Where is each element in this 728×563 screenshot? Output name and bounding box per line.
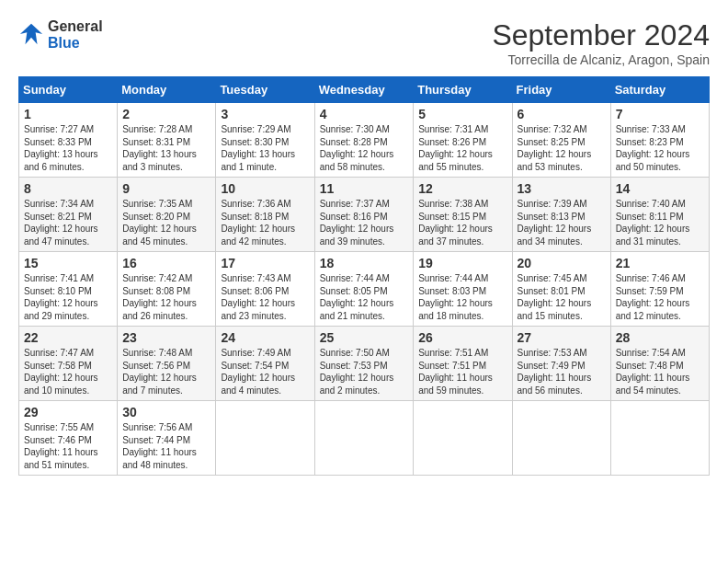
day-info: Sunrise: 7:49 AMSunset: 7:54 PMDaylight:… bbox=[221, 347, 309, 396]
calendar-cell: 29Sunrise: 7:55 AMSunset: 7:46 PMDayligh… bbox=[19, 401, 118, 476]
day-number: 26 bbox=[418, 330, 506, 345]
calendar-cell bbox=[610, 401, 709, 476]
weekday-saturday: Saturday bbox=[610, 77, 709, 103]
day-number: 24 bbox=[221, 330, 309, 345]
week-row-1: 1Sunrise: 7:27 AMSunset: 8:33 PMDaylight… bbox=[19, 103, 710, 178]
day-info: Sunrise: 7:46 AMSunset: 7:59 PMDaylight:… bbox=[616, 272, 704, 322]
day-number: 10 bbox=[221, 181, 309, 196]
calendar-body: 1Sunrise: 7:27 AMSunset: 8:33 PMDaylight… bbox=[19, 103, 710, 476]
logo: General Blue bbox=[18, 18, 103, 52]
calendar-cell: 22Sunrise: 7:47 AMSunset: 7:58 PMDayligh… bbox=[19, 327, 118, 401]
svg-marker-0 bbox=[20, 24, 42, 44]
weekday-tuesday: Tuesday bbox=[216, 77, 314, 103]
weekday-wednesday: Wednesday bbox=[314, 77, 414, 103]
calendar-cell: 3Sunrise: 7:29 AMSunset: 8:30 PMDaylight… bbox=[216, 103, 314, 178]
day-info: Sunrise: 7:44 AMSunset: 8:05 PMDaylight:… bbox=[320, 272, 409, 322]
day-info: Sunrise: 7:30 AMSunset: 8:28 PMDaylight:… bbox=[320, 123, 409, 173]
day-info: Sunrise: 7:35 AMSunset: 8:20 PMDaylight:… bbox=[122, 198, 210, 247]
day-number: 19 bbox=[418, 256, 506, 270]
day-number: 11 bbox=[320, 181, 409, 196]
day-info: Sunrise: 7:43 AMSunset: 8:06 PMDaylight:… bbox=[221, 272, 309, 322]
calendar-cell bbox=[216, 401, 314, 476]
day-info: Sunrise: 7:34 AMSunset: 8:21 PMDaylight:… bbox=[24, 198, 112, 247]
day-number: 28 bbox=[616, 330, 704, 345]
day-info: Sunrise: 7:56 AMSunset: 7:44 PMDaylight:… bbox=[122, 421, 210, 471]
day-info: Sunrise: 7:29 AMSunset: 8:30 PMDaylight:… bbox=[221, 123, 309, 173]
day-number: 4 bbox=[320, 107, 409, 121]
week-row-5: 29Sunrise: 7:55 AMSunset: 7:46 PMDayligh… bbox=[19, 401, 710, 476]
day-info: Sunrise: 7:36 AMSunset: 8:18 PMDaylight:… bbox=[221, 198, 309, 247]
day-info: Sunrise: 7:32 AMSunset: 8:25 PMDaylight:… bbox=[518, 123, 606, 173]
calendar-cell: 25Sunrise: 7:50 AMSunset: 7:53 PMDayligh… bbox=[314, 327, 414, 401]
calendar-cell: 11Sunrise: 7:37 AMSunset: 8:16 PMDayligh… bbox=[314, 178, 414, 252]
calendar-cell: 9Sunrise: 7:35 AMSunset: 8:20 PMDaylight… bbox=[118, 178, 216, 252]
day-number: 6 bbox=[518, 107, 606, 121]
day-number: 21 bbox=[616, 256, 704, 270]
day-number: 25 bbox=[320, 330, 409, 345]
title-area: September 2024 Torrecilla de Alcaniz, Ar… bbox=[492, 18, 710, 67]
calendar-cell: 23Sunrise: 7:48 AMSunset: 7:56 PMDayligh… bbox=[118, 327, 216, 401]
day-info: Sunrise: 7:44 AMSunset: 8:03 PMDaylight:… bbox=[418, 272, 506, 322]
day-number: 1 bbox=[24, 107, 112, 121]
calendar-cell: 28Sunrise: 7:54 AMSunset: 7:48 PMDayligh… bbox=[610, 327, 709, 401]
calendar-cell: 14Sunrise: 7:40 AMSunset: 8:11 PMDayligh… bbox=[610, 178, 709, 252]
calendar-cell: 8Sunrise: 7:34 AMSunset: 8:21 PMDaylight… bbox=[19, 178, 118, 252]
calendar-cell: 16Sunrise: 7:42 AMSunset: 8:08 PMDayligh… bbox=[118, 252, 216, 327]
calendar-cell bbox=[414, 401, 512, 476]
calendar-cell: 10Sunrise: 7:36 AMSunset: 8:18 PMDayligh… bbox=[216, 178, 314, 252]
calendar-cell: 5Sunrise: 7:31 AMSunset: 8:26 PMDaylight… bbox=[414, 103, 512, 178]
calendar-cell: 2Sunrise: 7:28 AMSunset: 8:31 PMDaylight… bbox=[118, 103, 216, 178]
day-number: 18 bbox=[320, 256, 409, 270]
calendar-cell: 30Sunrise: 7:56 AMSunset: 7:44 PMDayligh… bbox=[118, 401, 216, 476]
calendar-cell: 12Sunrise: 7:38 AMSunset: 8:15 PMDayligh… bbox=[414, 178, 512, 252]
day-info: Sunrise: 7:54 AMSunset: 7:48 PMDaylight:… bbox=[616, 347, 704, 396]
day-number: 15 bbox=[24, 256, 112, 270]
day-info: Sunrise: 7:51 AMSunset: 7:51 PMDaylight:… bbox=[418, 347, 506, 396]
calendar-cell: 1Sunrise: 7:27 AMSunset: 8:33 PMDaylight… bbox=[19, 103, 118, 178]
calendar-table: SundayMondayTuesdayWednesdayThursdayFrid… bbox=[18, 76, 710, 476]
day-number: 23 bbox=[122, 330, 210, 345]
calendar-cell: 27Sunrise: 7:53 AMSunset: 7:49 PMDayligh… bbox=[512, 327, 610, 401]
logo-general: General bbox=[48, 18, 103, 34]
week-row-4: 22Sunrise: 7:47 AMSunset: 7:58 PMDayligh… bbox=[19, 327, 710, 401]
calendar-cell: 6Sunrise: 7:32 AMSunset: 8:25 PMDaylight… bbox=[512, 103, 610, 178]
weekday-header-row: SundayMondayTuesdayWednesdayThursdayFrid… bbox=[19, 77, 710, 103]
day-info: Sunrise: 7:33 AMSunset: 8:23 PMDaylight:… bbox=[616, 123, 704, 173]
day-number: 7 bbox=[616, 107, 704, 121]
location-title: Torrecilla de Alcaniz, Aragon, Spain bbox=[492, 52, 710, 67]
day-info: Sunrise: 7:48 AMSunset: 7:56 PMDaylight:… bbox=[122, 347, 210, 396]
calendar-cell: 7Sunrise: 7:33 AMSunset: 8:23 PMDaylight… bbox=[610, 103, 709, 178]
day-number: 5 bbox=[418, 107, 506, 121]
header: General Blue September 2024 Torrecilla d… bbox=[18, 18, 710, 67]
day-number: 29 bbox=[24, 405, 112, 419]
day-number: 20 bbox=[518, 256, 606, 270]
day-number: 9 bbox=[122, 181, 210, 196]
day-number: 17 bbox=[221, 256, 309, 270]
day-info: Sunrise: 7:39 AMSunset: 8:13 PMDaylight:… bbox=[518, 198, 606, 247]
week-row-3: 15Sunrise: 7:41 AMSunset: 8:10 PMDayligh… bbox=[19, 252, 710, 327]
day-info: Sunrise: 7:45 AMSunset: 8:01 PMDaylight:… bbox=[518, 272, 606, 322]
logo-blue: Blue bbox=[48, 35, 80, 51]
day-number: 14 bbox=[616, 181, 704, 196]
calendar-cell: 4Sunrise: 7:30 AMSunset: 8:28 PMDaylight… bbox=[314, 103, 414, 178]
day-number: 13 bbox=[518, 181, 606, 196]
day-info: Sunrise: 7:27 AMSunset: 8:33 PMDaylight:… bbox=[24, 123, 112, 173]
day-info: Sunrise: 7:40 AMSunset: 8:11 PMDaylight:… bbox=[616, 198, 704, 247]
day-info: Sunrise: 7:37 AMSunset: 8:16 PMDaylight:… bbox=[320, 198, 409, 247]
calendar-cell: 20Sunrise: 7:45 AMSunset: 8:01 PMDayligh… bbox=[512, 252, 610, 327]
weekday-thursday: Thursday bbox=[414, 77, 512, 103]
calendar-cell: 18Sunrise: 7:44 AMSunset: 8:05 PMDayligh… bbox=[314, 252, 414, 327]
day-number: 12 bbox=[418, 181, 506, 196]
day-number: 2 bbox=[122, 107, 210, 121]
calendar-cell: 13Sunrise: 7:39 AMSunset: 8:13 PMDayligh… bbox=[512, 178, 610, 252]
day-info: Sunrise: 7:53 AMSunset: 7:49 PMDaylight:… bbox=[518, 347, 606, 396]
logo-icon bbox=[18, 22, 44, 48]
calendar-cell: 26Sunrise: 7:51 AMSunset: 7:51 PMDayligh… bbox=[414, 327, 512, 401]
day-info: Sunrise: 7:28 AMSunset: 8:31 PMDaylight:… bbox=[122, 123, 210, 173]
calendar-cell: 21Sunrise: 7:46 AMSunset: 7:59 PMDayligh… bbox=[610, 252, 709, 327]
calendar-cell: 19Sunrise: 7:44 AMSunset: 8:03 PMDayligh… bbox=[414, 252, 512, 327]
calendar-cell bbox=[314, 401, 414, 476]
day-info: Sunrise: 7:38 AMSunset: 8:15 PMDaylight:… bbox=[418, 198, 506, 247]
weekday-monday: Monday bbox=[118, 77, 216, 103]
day-number: 8 bbox=[24, 181, 112, 196]
